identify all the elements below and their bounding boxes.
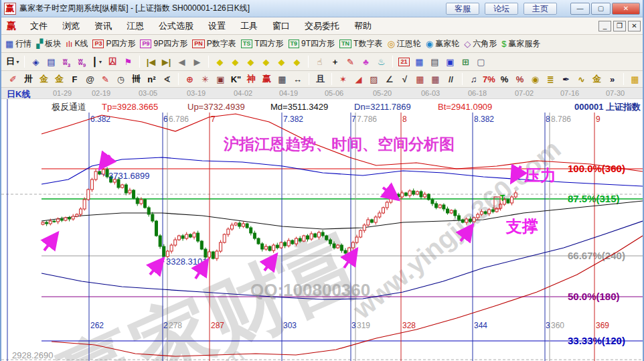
titlebar-button-0[interactable]: 客服 xyxy=(446,3,479,15)
calendar-21-button[interactable]: 21 xyxy=(397,55,411,68)
k-quote-button[interactable]: K" xyxy=(229,72,243,86)
menu-item-5[interactable]: 设置 xyxy=(201,19,233,33)
menu-item-8[interactable]: 交易委托 xyxy=(297,19,347,33)
zigzag-box-button[interactable]: ◈ xyxy=(29,55,43,68)
check-line-button[interactable]: √ xyxy=(398,72,412,86)
winner-service-button[interactable]: $赢家服务 xyxy=(501,38,540,50)
diamond-cross-button[interactable]: ◆ xyxy=(259,55,273,68)
go-next-button[interactable]: ▶ xyxy=(190,55,204,68)
child-minimize-button[interactable]: _ xyxy=(598,21,611,31)
pen-tool-button[interactable]: ✎ xyxy=(343,55,357,68)
menu-item-2[interactable]: 资讯 xyxy=(87,19,119,33)
person-box-button[interactable]: 囚 xyxy=(106,55,120,68)
shen-tool-button[interactable]: 神 xyxy=(244,72,258,86)
candle-period-dropdown-button[interactable]: 日▼ xyxy=(6,55,20,68)
p-number-table-button[interactable]: PNP数字表 xyxy=(192,38,236,50)
child-close-button[interactable]: ✕ xyxy=(628,21,641,31)
gold-underline-button[interactable]: 金 xyxy=(590,72,604,86)
diamond-left-button[interactable]: ◆ xyxy=(213,55,227,68)
diamond-move-button[interactable]: ◆ xyxy=(290,55,304,68)
grid-125-button[interactable]: ▦ xyxy=(275,72,289,86)
sectors-button[interactable]: ▞板块 xyxy=(36,38,61,50)
parallel-lines-button[interactable]: // xyxy=(444,72,458,86)
gold-gate-1-button[interactable]: 金 xyxy=(37,72,51,86)
crosshair-tool-button[interactable]: + xyxy=(328,55,342,68)
hand-tool-button[interactable]: ☝ xyxy=(313,55,327,68)
close-button[interactable]: ✕ xyxy=(612,3,640,15)
save-disk-button[interactable]: ▣ xyxy=(443,55,457,68)
flower-tool-button[interactable]: ♣ xyxy=(359,55,373,68)
titlebar-button-1[interactable]: 论坛 xyxy=(485,3,518,15)
quotes-button[interactable]: ▦行情 xyxy=(5,38,31,50)
info-note-button[interactable]: ▤ xyxy=(44,55,58,68)
t-square-button[interactable]: TST四方形 xyxy=(241,38,284,50)
rays-button[interactable]: ✶ xyxy=(336,72,350,86)
p-square-button[interactable]: P3P四方形 xyxy=(92,38,135,50)
winner-wheel-button[interactable]: ◉赢家轮 xyxy=(426,38,459,50)
diamond-plus-button[interactable]: ◆ xyxy=(244,55,258,68)
angle-ruler-button[interactable]: ∢ xyxy=(160,72,174,86)
seven-percent-button[interactable]: 7% xyxy=(482,72,496,86)
star-circle-button[interactable]: ✳ xyxy=(198,72,212,86)
fence-2-button[interactable]: 卌 xyxy=(129,72,143,86)
hexagon-button[interactable]: ◇六角形 xyxy=(464,38,497,50)
gold-lines-button[interactable]: ≣ xyxy=(544,72,558,86)
red-grid-1-button[interactable]: ▦ xyxy=(413,72,427,86)
menu-item-0[interactable]: 文件 xyxy=(23,19,55,33)
maximize-button[interactable]: ▢ xyxy=(591,3,611,15)
candlestick-chart[interactable]: 赢家财富www.yingjia360.comwww.yingjia360.com… xyxy=(1,99,643,361)
width-measure-button[interactable]: ↔ xyxy=(291,72,305,86)
spiral-button[interactable]: @ xyxy=(83,72,97,86)
go-first-button[interactable]: |◀ xyxy=(144,55,158,68)
bars-3-button[interactable]: ʬ3 xyxy=(60,55,74,68)
diamond-star-button[interactable]: ◆ xyxy=(274,55,289,68)
diamond-right-button[interactable]: ◆ xyxy=(228,55,242,68)
gold-circle-button[interactable]: ◉ xyxy=(528,72,542,86)
time-circle-button[interactable]: ◷ xyxy=(114,72,128,86)
diag-box-button[interactable]: ▨ xyxy=(367,72,381,86)
more-tools-button[interactable]: » xyxy=(605,72,619,86)
t-number-table-button[interactable]: TNT数字表 xyxy=(339,38,382,50)
fan-button[interactable]: ◢ xyxy=(351,72,366,86)
red-grid-2-button[interactable]: ▦ xyxy=(428,72,442,86)
target-circle-button[interactable]: ⊕ xyxy=(183,72,197,86)
cloud-tool-button[interactable]: ♨ xyxy=(374,55,388,68)
go-last-button[interactable]: ▶| xyxy=(159,55,173,68)
ink-pen-button[interactable]: ✒ xyxy=(559,72,573,86)
percent-button[interactable]: % xyxy=(497,72,511,86)
trend-pen-button[interactable]: ✎ xyxy=(98,72,112,86)
trend-lines-button[interactable]: ∠ xyxy=(382,72,396,86)
percent-line-button[interactable]: % xyxy=(513,72,527,86)
menu-item-1[interactable]: 浏览 xyxy=(55,19,87,33)
child-restore-button[interactable]: ❐ xyxy=(613,21,626,31)
computer-button[interactable]: ▢ xyxy=(474,55,488,68)
go-prev-button[interactable]: ◀ xyxy=(175,55,189,68)
pattern-box-button[interactable]: ▣ xyxy=(214,72,228,86)
save-plus-button[interactable]: ⊞ xyxy=(459,55,473,68)
yellow-grid-button[interactable]: ▦ xyxy=(628,72,642,86)
calculator-button[interactable]: ▦ xyxy=(412,55,426,68)
box-tool-button[interactable]: 且 xyxy=(313,72,327,86)
candle-type-dropdown-button[interactable]: ┃▼ xyxy=(90,55,104,68)
music-bars-button[interactable]: ♫ xyxy=(467,72,481,86)
menu-item-7[interactable]: 窗口 xyxy=(265,19,297,33)
f-gate-button[interactable]: F xyxy=(68,72,82,86)
gold-gate-2-button[interactable]: 金 xyxy=(52,72,66,86)
nine-t-square-button[interactable]: T99T四方形 xyxy=(289,38,335,50)
menu-item-6[interactable]: 工具 xyxy=(233,19,265,33)
menu-item-3[interactable]: 江恩 xyxy=(119,19,151,33)
notebook-button[interactable]: ▤ xyxy=(428,55,442,68)
menu-item-4[interactable]: 公式选股 xyxy=(151,19,201,33)
kline-button[interactable]: ılıK线 xyxy=(66,38,88,50)
minimize-button[interactable]: — xyxy=(570,3,590,15)
menu-item-9[interactable]: 帮助 xyxy=(347,19,379,33)
n-square-button[interactable]: n² xyxy=(145,72,159,86)
bars-9-button[interactable]: ʬ9 xyxy=(75,55,89,68)
gold-wave-button[interactable]: ∿ xyxy=(574,72,588,86)
titlebar-button-2[interactable]: 主页 xyxy=(524,3,557,15)
gann-fence-button[interactable]: 卅 xyxy=(21,72,35,86)
ying-tool-button[interactable]: 赢 xyxy=(260,72,274,86)
nine-p-square-button[interactable]: P99P四方形 xyxy=(140,38,187,50)
gann-pen-button[interactable]: ✐ xyxy=(6,72,20,86)
flag-chart-button[interactable]: ⚑ xyxy=(121,55,135,68)
